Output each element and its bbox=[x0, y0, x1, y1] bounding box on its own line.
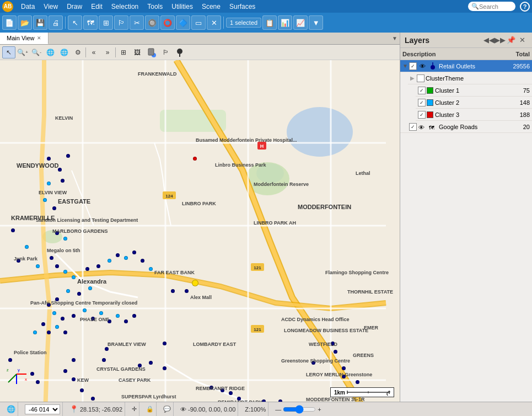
map-dot[interactable] bbox=[63, 270, 67, 274]
status-zoom[interactable]: -46 014 bbox=[23, 402, 63, 416]
layer-item-cluster1[interactable]: Cluster 1 75 bbox=[416, 84, 532, 97]
main-view-tab[interactable]: Main View ✕ bbox=[0, 33, 49, 44]
layer-check-cluster3[interactable] bbox=[418, 111, 426, 119]
map-tool-fwd[interactable]: » bbox=[101, 46, 114, 58]
map-dot[interactable] bbox=[99, 311, 103, 315]
map-dot[interactable] bbox=[52, 206, 56, 210]
map-dot[interactable] bbox=[83, 308, 87, 312]
zoom-plus-icon[interactable]: + bbox=[318, 406, 321, 413]
toolbar-select-arrow[interactable]: ↖ bbox=[68, 15, 82, 30]
map-dot[interactable] bbox=[66, 154, 70, 158]
map-dot[interactable] bbox=[149, 361, 153, 365]
map-dot[interactable] bbox=[55, 231, 59, 235]
map-dot[interactable] bbox=[11, 228, 15, 232]
map-dot[interactable] bbox=[61, 317, 65, 321]
toolbar-layers-mgr[interactable]: ⊞ bbox=[99, 15, 113, 30]
map-dot[interactable] bbox=[30, 372, 34, 376]
map-dot[interactable] bbox=[124, 319, 128, 323]
map-dot[interactable] bbox=[72, 358, 76, 362]
toolbar-save[interactable]: 💾 bbox=[33, 15, 47, 30]
map-dot[interactable] bbox=[311, 361, 315, 365]
map-dot[interactable] bbox=[356, 380, 359, 384]
map-dot[interactable] bbox=[105, 347, 109, 351]
zoom-minus-icon[interactable]: — bbox=[275, 406, 281, 413]
map-dot[interactable] bbox=[88, 286, 92, 290]
toolbar-polygon[interactable]: 🔷 bbox=[176, 15, 190, 30]
map-dot[interactable] bbox=[36, 380, 40, 384]
map-dot[interactable] bbox=[43, 198, 47, 202]
tab-close-icon[interactable]: ✕ bbox=[37, 35, 41, 41]
map-dot[interactable] bbox=[47, 303, 51, 307]
toolbar-pointer[interactable]: 🔘 bbox=[145, 15, 159, 30]
map-dot[interactable] bbox=[116, 314, 120, 318]
toolbar-print[interactable]: 🖨 bbox=[49, 15, 63, 30]
map-dot[interactable] bbox=[192, 280, 198, 286]
toolbar-rect[interactable]: ▭ bbox=[191, 15, 206, 30]
map-dot[interactable] bbox=[63, 237, 67, 241]
toolbar-open[interactable]: 📂 bbox=[18, 15, 32, 30]
map-dot[interactable] bbox=[163, 342, 166, 345]
menu-data[interactable]: Data bbox=[17, 2, 39, 12]
map-dot[interactable] bbox=[25, 245, 29, 249]
map-dot[interactable] bbox=[108, 259, 111, 263]
toolbar-minus[interactable]: ✕ bbox=[207, 15, 221, 30]
map-dot[interactable] bbox=[91, 317, 95, 321]
menu-utilities[interactable]: Utilities bbox=[167, 2, 197, 12]
map-dot[interactable] bbox=[102, 358, 106, 362]
map-dot[interactable] bbox=[229, 391, 233, 395]
menu-draw[interactable]: Draw bbox=[62, 2, 87, 12]
layer-check-retail[interactable] bbox=[409, 62, 417, 70]
map-dot[interactable] bbox=[278, 399, 282, 402]
map-dot[interactable] bbox=[91, 397, 95, 401]
status-map-icon[interactable]: 🌐 bbox=[4, 402, 18, 416]
map-dot[interactable] bbox=[41, 322, 45, 326]
map-dot[interactable] bbox=[33, 330, 37, 334]
layer-check-cluster1[interactable] bbox=[418, 87, 426, 94]
toolbar-dropdown[interactable]: ▼ bbox=[309, 15, 323, 30]
tab-scroll-right[interactable]: ▼ bbox=[390, 35, 400, 41]
map-dot[interactable] bbox=[132, 314, 136, 318]
map-tool-grid[interactable]: ⊞ bbox=[117, 46, 130, 58]
layer-item-retail-outlets[interactable]: ▼ 👁 Retail Outlets 29556 bbox=[400, 60, 532, 72]
map-dot[interactable] bbox=[66, 289, 70, 293]
map-dot[interactable] bbox=[209, 386, 213, 390]
map-dot[interactable] bbox=[96, 264, 100, 268]
map-tool-back[interactable]: « bbox=[87, 46, 100, 58]
map-dot[interactable] bbox=[171, 289, 175, 293]
help-icon[interactable]: ? bbox=[520, 2, 530, 12]
map-tool-select[interactable]: ↖ bbox=[2, 46, 15, 58]
toolbar-circle[interactable]: ⭕ bbox=[160, 15, 175, 30]
map-dot[interactable] bbox=[163, 366, 166, 370]
map-tool-zoom-out[interactable]: 🔍- bbox=[30, 46, 43, 58]
zoom-select[interactable]: -46 014 bbox=[25, 404, 60, 414]
toolbar-export3[interactable]: 📈 bbox=[293, 15, 308, 30]
map-dot[interactable] bbox=[85, 267, 89, 271]
map-dot[interactable] bbox=[47, 157, 51, 161]
map-dot[interactable] bbox=[55, 297, 59, 301]
map-dot[interactable] bbox=[36, 264, 40, 268]
menu-view[interactable]: View bbox=[39, 2, 62, 12]
map-dot[interactable] bbox=[63, 369, 67, 373]
layer-item-cluster-theme[interactable]: ▶ ClusterTheme bbox=[408, 72, 532, 84]
layer-item-cluster2[interactable]: Cluster 2 148 bbox=[416, 97, 532, 109]
menu-selection[interactable]: Selection bbox=[107, 2, 143, 12]
map-dot[interactable] bbox=[193, 157, 197, 161]
map-dot[interactable] bbox=[72, 377, 76, 381]
layers-close-btn[interactable]: ✕ bbox=[517, 35, 528, 46]
map-tool-settings[interactable]: ⚙ bbox=[71, 46, 84, 58]
layer-check-google[interactable] bbox=[409, 123, 417, 131]
map-dot[interactable] bbox=[108, 319, 111, 323]
map-dot[interactable] bbox=[55, 325, 59, 329]
map-dot[interactable] bbox=[185, 289, 189, 293]
map-dot[interactable] bbox=[331, 342, 335, 345]
menu-edit[interactable]: Edit bbox=[87, 2, 107, 12]
layer-check-cluster2[interactable] bbox=[418, 99, 426, 106]
toolbar-new[interactable]: 📄 bbox=[2, 15, 17, 30]
toolbar-cursor[interactable]: ✂ bbox=[130, 15, 144, 30]
map-dot[interactable] bbox=[47, 330, 51, 334]
map-dot[interactable] bbox=[58, 168, 62, 172]
map-tool-globe1[interactable]: 🌐 bbox=[44, 46, 57, 58]
map-tool-bucket[interactable] bbox=[146, 46, 159, 58]
map-dot[interactable] bbox=[221, 388, 224, 392]
search-input[interactable] bbox=[479, 3, 512, 10]
